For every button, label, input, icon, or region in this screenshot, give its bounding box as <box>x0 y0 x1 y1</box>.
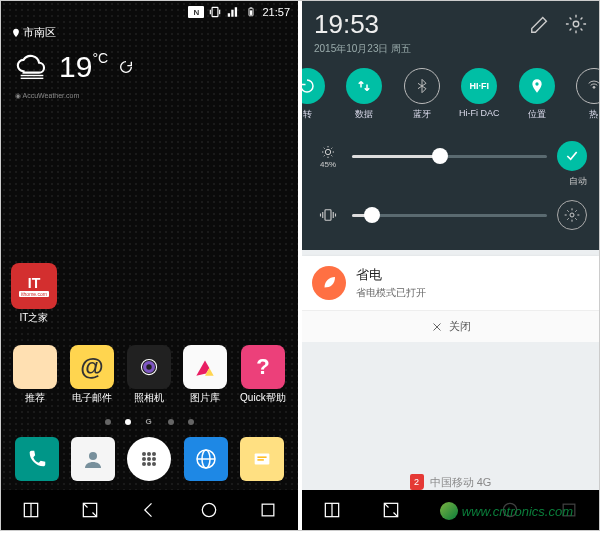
dock-phone[interactable] <box>15 437 59 481</box>
app-ithome[interactable]: IT ithome.com IT之家 <box>11 263 57 325</box>
quicksettings-panel: 19:53 2015年10月23日 周五 转 数据 蓝牙 HI·FI <box>302 1 599 530</box>
svg-point-30 <box>535 82 538 85</box>
nav-dual[interactable] <box>18 497 44 523</box>
nav-qslide[interactable] <box>378 497 404 523</box>
toggle-data[interactable]: 数据 <box>341 68 387 121</box>
svg-rect-0 <box>213 7 219 16</box>
toggle-label: 蓝牙 <box>413 108 431 121</box>
svg-point-7 <box>144 363 153 372</box>
toggle-rotate[interactable]: 转 <box>302 68 330 121</box>
app-label: Quick帮助 <box>240 391 286 405</box>
dock <box>1 437 298 481</box>
hotspot-icon <box>586 78 599 94</box>
battery-icon <box>244 5 258 19</box>
brightness-icon: 45% <box>314 142 342 170</box>
svg-rect-3 <box>251 7 253 8</box>
toggle-hifi[interactable]: HI·FI Hi-Fi DAC <box>456 68 502 121</box>
notif-body: 省电模式已打开 <box>356 286 426 300</box>
svg-point-13 <box>147 457 151 461</box>
location-label[interactable]: 市南区 <box>1 23 298 42</box>
app-email[interactable]: @ 电子邮件 <box>70 345 114 405</box>
message-icon <box>251 448 273 470</box>
carrier-label: 2 中国移动 4G <box>302 474 599 490</box>
toggle-label: Hi-Fi DAC <box>459 108 500 118</box>
volume-row <box>314 194 587 236</box>
volume-slider[interactable] <box>352 214 547 217</box>
svg-point-10 <box>147 452 151 456</box>
edit-icon[interactable] <box>529 13 551 35</box>
status-bar: N 21:57 <box>1 1 298 23</box>
signal-icon <box>226 5 240 19</box>
temperature: 19°C <box>59 50 108 84</box>
nav-qslide[interactable] <box>77 497 103 523</box>
weather-widget[interactable]: 19°C <box>1 42 298 92</box>
vibrate-mode-icon <box>314 201 342 229</box>
settings-icon[interactable] <box>565 13 587 35</box>
app-camera[interactable]: 照相机 <box>127 345 171 405</box>
toggle-label: 热 <box>589 108 598 121</box>
dock-apps[interactable] <box>127 437 171 481</box>
qs-sliders: 45% 自动 <box>302 131 599 250</box>
nav-back[interactable] <box>136 497 162 523</box>
nfc-icon: N <box>188 6 204 18</box>
nav-recent[interactable] <box>255 497 281 523</box>
auto-brightness-toggle[interactable] <box>557 141 587 171</box>
svg-point-12 <box>142 457 146 461</box>
notification-battery-saver[interactable]: 省电 省电模式已打开 <box>302 256 599 310</box>
svg-rect-33 <box>325 210 331 221</box>
gear-icon <box>564 207 580 223</box>
nav-home[interactable] <box>196 497 222 523</box>
close-label: 关闭 <box>449 319 471 334</box>
app-quickhelp[interactable]: ? Quick帮助 <box>240 345 286 405</box>
cloud-icon <box>15 50 49 84</box>
toggle-location[interactable]: 位置 <box>514 68 560 121</box>
app-recommend[interactable]: 推荐 <box>13 345 57 405</box>
dock-messages[interactable] <box>240 437 284 481</box>
navbar-left <box>1 490 298 530</box>
watermark: www.cntronics.com <box>440 502 573 520</box>
svg-point-31 <box>593 86 596 89</box>
camera-icon <box>136 354 162 380</box>
qs-time: 19:53 <box>314 9 411 40</box>
toggle-hotspot[interactable]: 热 <box>571 68 599 121</box>
qs-header: 19:53 2015年10月23日 周五 <box>302 1 599 62</box>
refresh-icon[interactable] <box>118 59 134 75</box>
weather-source: ◉ AccuWeather.com <box>1 92 298 100</box>
toggle-bluetooth[interactable]: 蓝牙 <box>399 68 445 121</box>
contact-icon <box>81 447 105 471</box>
phone-icon <box>26 448 48 470</box>
page-indicator[interactable]: G <box>1 417 298 426</box>
app-label: 照相机 <box>134 391 164 405</box>
app-row: 推荐 @ 电子邮件 照相机 图片库 ? Quick帮助 <box>1 345 298 405</box>
svg-point-11 <box>152 452 156 456</box>
data-icon <box>355 77 373 95</box>
svg-point-9 <box>142 452 146 456</box>
app-gallery[interactable]: 图片库 <box>183 345 227 405</box>
nav-dual[interactable] <box>319 497 345 523</box>
status-time: 21:57 <box>262 6 290 18</box>
app-label: 推荐 <box>25 391 45 405</box>
qs-date: 2015年10月23日 周五 <box>314 42 411 56</box>
qs-toggles: 转 数据 蓝牙 HI·FI Hi-Fi DAC 位置 热 <box>302 62 599 131</box>
svg-point-34 <box>570 213 574 217</box>
svg-point-16 <box>147 462 151 466</box>
pin-icon <box>11 28 21 38</box>
watermark-logo-icon <box>440 502 458 520</box>
leaf-icon <box>312 266 346 300</box>
rotate-icon <box>302 77 316 95</box>
sound-settings-button[interactable] <box>557 200 587 230</box>
notif-title: 省电 <box>356 266 426 284</box>
dock-browser[interactable] <box>184 437 228 481</box>
svg-point-14 <box>152 457 156 461</box>
globe-icon <box>194 447 218 471</box>
notif-close-button[interactable]: 关闭 <box>302 310 599 342</box>
svg-point-32 <box>325 149 330 154</box>
location-text: 市南区 <box>23 25 56 40</box>
brightness-slider[interactable] <box>352 155 547 158</box>
gallery-icon <box>192 354 218 380</box>
auto-label: 自动 <box>569 175 587 188</box>
brand-text: G <box>145 417 153 426</box>
dock-contacts[interactable] <box>71 437 115 481</box>
apps-icon <box>137 447 161 471</box>
svg-point-15 <box>142 462 146 466</box>
